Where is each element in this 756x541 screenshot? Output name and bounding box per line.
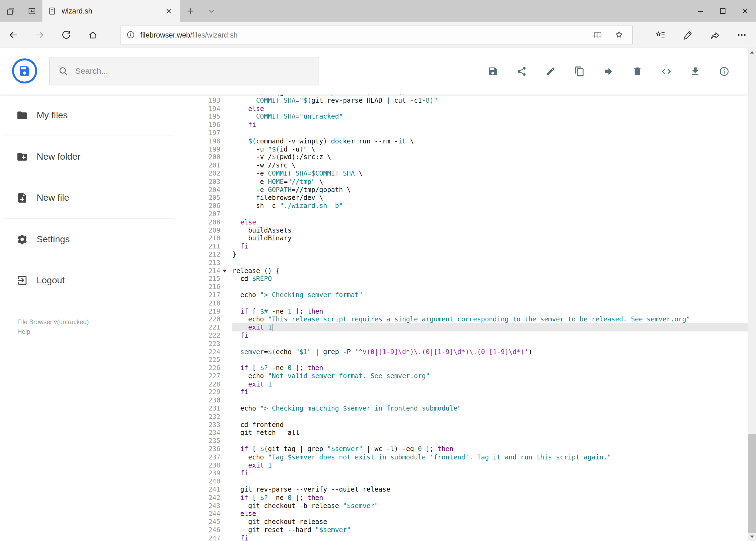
- refresh-button[interactable]: [53, 22, 79, 48]
- maximize-button[interactable]: [712, 0, 734, 22]
- code-line[interactable]: 236 if [ $(git tag | grep "$semver" | wc…: [193, 445, 748, 453]
- back-button[interactable]: [0, 22, 26, 48]
- code-line[interactable]: 195 COMMIT_SHA="untracked": [193, 113, 748, 121]
- code-line[interactable]: 221 exit 1: [193, 323, 748, 331]
- code-line[interactable]: 224 semver=$(echo "$1" | grep -P '^v(0|[…: [193, 347, 748, 356]
- code-line[interactable]: 242 if [ $? -ne 0 ]; then: [193, 493, 748, 502]
- code-line[interactable]: 244 else: [193, 510, 748, 518]
- search-input[interactable]: [75, 66, 319, 76]
- rename-button[interactable]: [545, 66, 556, 77]
- code-line[interactable]: 227 echo "Not valid semver format. See s…: [193, 372, 748, 380]
- code-line[interactable]: 238 exit 1: [193, 461, 748, 469]
- source-view-button[interactable]: [661, 66, 671, 77]
- code-line[interactable]: 198 $(command -v winpty) docker run --rm…: [193, 137, 748, 145]
- code-line[interactable]: 211 fi: [193, 242, 748, 251]
- code-line[interactable]: 239 fi: [193, 469, 748, 477]
- code-line[interactable]: 194 else: [193, 105, 748, 113]
- code-line[interactable]: 240: [193, 477, 748, 485]
- browser-tab[interactable]: wizard.sh: [42, 0, 180, 22]
- move-button[interactable]: [603, 66, 614, 77]
- sidebar-item-settings[interactable]: Settings: [0, 219, 193, 260]
- search-box[interactable]: [49, 57, 319, 85]
- download-button[interactable]: [690, 66, 700, 77]
- hub-button[interactable]: [647, 22, 674, 48]
- code-line[interactable]: 220 echo "This release script requires a…: [193, 315, 748, 323]
- code-line[interactable]: 212}: [193, 251, 748, 259]
- code-line[interactable]: 222 fi: [193, 331, 748, 339]
- code-line[interactable]: 229 fi: [193, 388, 748, 396]
- code-line[interactable]: 241 git rev-parse --verify --quiet relea…: [193, 485, 748, 493]
- scrollbar-thumb[interactable]: [748, 434, 756, 533]
- code-line[interactable]: 203 -e HOME="//tmp" \: [193, 178, 748, 186]
- home-button[interactable]: [80, 22, 106, 48]
- sidebar-item-my-files[interactable]: My files: [0, 95, 193, 136]
- code-line[interactable]: 193 COMMIT_SHA="$(git rev-parse HEAD | c…: [193, 96, 748, 105]
- tabs-preview-button[interactable]: [21, 0, 43, 22]
- tab-close-button[interactable]: [162, 5, 175, 17]
- code-line[interactable]: 228 exit 1: [193, 380, 748, 388]
- close-button[interactable]: [734, 0, 756, 22]
- code-editor[interactable]: 192 if [ "$(git status --porcelain)" = "…: [193, 95, 748, 541]
- code-line[interactable]: 216: [193, 283, 748, 291]
- tab-preview-chevron-button[interactable]: [201, 0, 222, 22]
- favorite-star-button[interactable]: [611, 26, 627, 43]
- code-line[interactable]: 214release () {: [193, 267, 748, 275]
- reading-view-button[interactable]: [590, 26, 606, 43]
- copy-button[interactable]: [574, 66, 585, 77]
- sidebar-item-new-folder[interactable]: New folder: [0, 136, 193, 177]
- code-line[interactable]: 205 filebrowser/dev \: [193, 194, 748, 202]
- page-scrollbar[interactable]: [748, 48, 756, 541]
- code-line[interactable]: 243 git checkout -b release "$semver": [193, 502, 748, 510]
- code-line[interactable]: 192 if [ "$(git status --porcelain)" = "…: [193, 95, 748, 96]
- share-button[interactable]: [701, 22, 728, 48]
- code-line[interactable]: 210 buildBinary: [193, 234, 748, 242]
- scroll-down-button[interactable]: [748, 533, 756, 541]
- code-line[interactable]: 233 cd frontend: [193, 420, 748, 429]
- forward-button[interactable]: [26, 22, 53, 48]
- help-link[interactable]: Help: [17, 327, 89, 337]
- code-line[interactable]: 208 else: [193, 218, 748, 226]
- code-line[interactable]: 230: [193, 396, 748, 404]
- url-text[interactable]: filebrowser.web/files/wizard.sh: [140, 31, 585, 39]
- sidebar-item-logout[interactable]: Logout: [0, 260, 193, 300]
- code-line[interactable]: 202 -e COMMIT_SHA=$COMMIT_SHA \: [193, 169, 748, 178]
- code-line[interactable]: 232: [193, 412, 748, 420]
- code-line[interactable]: 199 -u "$(id -u)" \: [193, 145, 748, 153]
- minimize-button[interactable]: [689, 0, 711, 22]
- code-line[interactable]: 209 buildAssets: [193, 226, 748, 234]
- code-line[interactable]: 218: [193, 299, 748, 307]
- code-line[interactable]: 234 git fetch --all: [193, 429, 748, 437]
- address-bar[interactable]: filebrowser.web/files/wizard.sh: [121, 25, 632, 44]
- code-line[interactable]: 217 echo "> Checking semver format": [193, 291, 748, 299]
- code-line[interactable]: 215 cd $REPO: [193, 275, 748, 283]
- code-line[interactable]: 201 -w //src \: [193, 161, 748, 169]
- code-line[interactable]: 206 sh -c "./wizard.sh -b": [193, 202, 748, 210]
- fold-toggle-icon[interactable]: [220, 267, 232, 275]
- site-info-icon[interactable]: [126, 30, 135, 40]
- code-line[interactable]: 246 git reset --hard "$semver": [193, 526, 748, 534]
- code-line[interactable]: 231 echo "> Checking matching $semver in…: [193, 404, 748, 412]
- more-options-button[interactable]: [728, 22, 755, 48]
- code-line[interactable]: 204 -e GOPATH=//tmp/gopath \: [193, 186, 748, 194]
- code-line[interactable]: 226 if [ $? -ne 0 ]; then: [193, 364, 748, 372]
- code-line[interactable]: 223: [193, 339, 748, 347]
- info-button[interactable]: [719, 66, 729, 77]
- code-line[interactable]: 225: [193, 356, 748, 364]
- scroll-up-button[interactable]: [748, 48, 756, 56]
- save-button[interactable]: [487, 66, 498, 77]
- code-line[interactable]: 200 -v /$(pwd):/src:z \: [193, 153, 748, 161]
- code-line[interactable]: 237 echo "Tag $semver does not exist in …: [193, 453, 748, 461]
- filebrowser-logo[interactable]: [12, 58, 37, 84]
- sidebar-item-new-file[interactable]: New file: [0, 177, 193, 218]
- code-line[interactable]: 245 git checkout release: [193, 518, 748, 526]
- code-line[interactable]: 247 fi: [193, 534, 748, 541]
- code-line[interactable]: 213: [193, 259, 748, 267]
- delete-button[interactable]: [632, 66, 642, 77]
- share-file-button[interactable]: [516, 66, 527, 77]
- new-tab-button[interactable]: [180, 0, 201, 22]
- set-tabs-aside-button[interactable]: [0, 0, 21, 22]
- code-line[interactable]: 196 fi: [193, 121, 748, 129]
- web-note-button[interactable]: [674, 22, 701, 48]
- code-line[interactable]: 219 if [ $# -ne 1 ]; then: [193, 307, 748, 315]
- code-line[interactable]: 197: [193, 129, 748, 137]
